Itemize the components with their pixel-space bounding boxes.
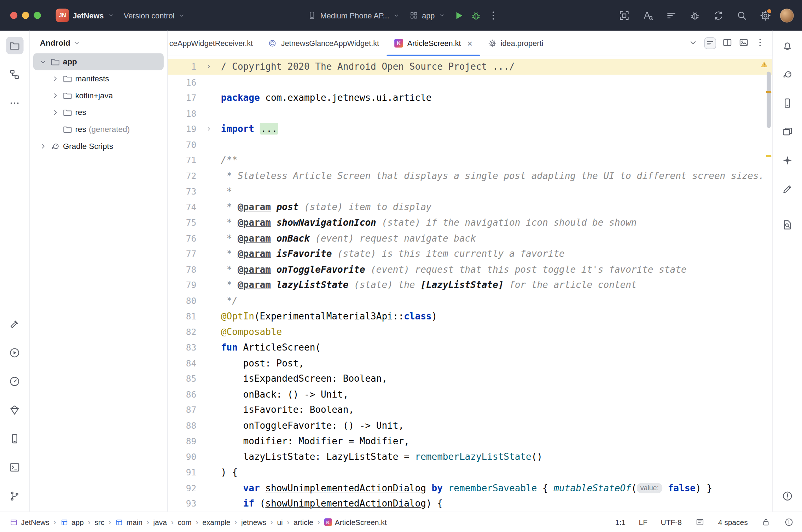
code-text: onToggleFavorite: () -> Unit, — [221, 418, 404, 433]
close-tab-icon[interactable]: × — [467, 39, 472, 48]
user-avatar[interactable] — [780, 8, 794, 22]
breadcrumb-articlescreen-kt[interactable]: KArticleScreen.kt — [322, 517, 388, 527]
tab-list-button[interactable] — [704, 37, 716, 49]
device-manager-button[interactable] — [6, 430, 23, 447]
tree-item-app[interactable]: app — [33, 53, 164, 70]
device-explorer-button[interactable] — [779, 94, 796, 111]
run-button[interactable] — [450, 7, 467, 24]
zoom-window-button[interactable] — [34, 12, 41, 19]
ai-assist-button[interactable] — [779, 180, 796, 197]
tree-item-manifests[interactable]: manifests — [33, 70, 164, 87]
ui-preview-button[interactable] — [739, 37, 749, 50]
tab-options-button[interactable] — [755, 37, 765, 50]
breadcrumb-jetnews[interactable]: JetNews — [8, 517, 51, 527]
more-tool-windows-button[interactable] — [6, 94, 23, 111]
fold-toggle[interactable] — [196, 121, 221, 137]
code-line: 78 * @param onToggleFavorite (event) req… — [168, 262, 772, 277]
caret-position-widget[interactable]: 1:1 — [615, 518, 626, 526]
inspection-warning-icon[interactable] — [760, 60, 769, 69]
ai-assist-icon — [781, 183, 793, 195]
version-control-menu[interactable]: Version control — [119, 8, 190, 22]
more-run-actions-button[interactable] — [485, 7, 502, 24]
running-devices-button[interactable] — [779, 123, 796, 140]
breadcrumb-separator-icon: › — [146, 518, 150, 527]
editor-mode-widget[interactable] — [695, 517, 705, 527]
line-separator-widget[interactable]: LF — [639, 518, 647, 526]
device-explorer-icon — [781, 97, 793, 109]
profiler-button[interactable] — [6, 372, 23, 390]
scrollbar-warning-mark — [766, 91, 771, 93]
breadcrumb-example[interactable]: example — [201, 517, 232, 527]
run-configuration-selector[interactable]: app — [405, 8, 450, 23]
split-editor-icon — [722, 37, 732, 47]
breadcrumb-ui[interactable]: ui — [275, 517, 284, 527]
breadcrumb-separator-icon: › — [195, 518, 199, 527]
structure-icon — [9, 68, 21, 80]
breadcrumb-jetnews[interactable]: jetnews — [240, 517, 268, 527]
tab-idea-properti[interactable]: idea.properti — [480, 31, 551, 56]
gemini-button[interactable] — [779, 151, 796, 169]
breadcrumb-article[interactable]: article — [292, 517, 315, 527]
tree-item-res[interactable]: res — [33, 104, 164, 121]
breadcrumb-main[interactable]: main — [114, 517, 144, 527]
hidden-tabs-button[interactable] — [688, 37, 698, 50]
gradle-button[interactable] — [779, 65, 796, 83]
settings-button[interactable] — [756, 7, 774, 24]
build-button[interactable] — [6, 315, 23, 332]
breadcrumb-app[interactable]: app — [59, 517, 86, 527]
fold-column — [196, 106, 221, 121]
code-line: 16 — [168, 74, 772, 90]
terminal-button[interactable] — [6, 458, 23, 476]
project-view-selector[interactable]: Android — [30, 34, 167, 53]
split-editor-button[interactable] — [722, 37, 732, 50]
editor-scrollbar-thumb[interactable] — [767, 72, 771, 128]
code-editor[interactable]: 1/ Copyright 2020 The Android Open Sourc… — [168, 56, 772, 511]
tab-articlescreen-kt[interactable]: KArticleScreen.kt× — [387, 31, 480, 56]
notifications-button[interactable] — [779, 37, 796, 54]
indent-widget[interactable]: 4 spaces — [718, 518, 748, 526]
device-icon — [308, 11, 317, 20]
apk-analyzer-button[interactable] — [686, 7, 703, 24]
device-mirroring-button[interactable] — [615, 7, 633, 24]
breadcrumb-separator-icon: › — [87, 518, 92, 527]
fold-toggle[interactable] — [196, 59, 221, 74]
breadcrumb-src[interactable]: src — [93, 517, 106, 527]
tree-item-gradle-scripts[interactable]: Gradle Scripts — [33, 138, 164, 155]
code-line: 18 — [168, 106, 772, 121]
minimize-window-button[interactable] — [22, 12, 29, 19]
file-writable-widget[interactable] — [761, 517, 771, 527]
debug-button[interactable] — [467, 7, 485, 24]
breadcrumb-com[interactable]: com — [176, 517, 193, 527]
run-button[interactable] — [6, 344, 23, 361]
build-menu-button[interactable] — [662, 7, 680, 24]
project-switcher[interactable]: JN JetNews — [51, 6, 119, 24]
gradle-sync-button[interactable] — [709, 7, 727, 24]
app-quality-insights-button[interactable] — [6, 401, 23, 418]
file-encoding-widget[interactable]: UTF-8 — [661, 518, 682, 526]
breadcrumb-separator-icon: › — [286, 518, 290, 527]
breadcrumb-label: ui — [277, 518, 283, 526]
device-selector[interactable]: Medium Phone AP... — [303, 8, 405, 23]
line-number: 80 — [168, 293, 196, 308]
code-text: modifier: Modifier = Modifier, — [221, 433, 409, 449]
problems-button[interactable] — [779, 487, 796, 504]
code-inspection-button[interactable] — [639, 7, 656, 24]
code-line: 79 * @param lazyListState (state) the [L… — [168, 277, 772, 293]
project-button[interactable] — [6, 37, 23, 54]
close-window-button[interactable] — [10, 12, 17, 19]
breadcrumb-java[interactable]: java — [152, 517, 168, 527]
tree-item-kotlin-java[interactable]: kotlin+java — [33, 87, 164, 104]
code-line: 83fun ArticleScreen( — [168, 340, 772, 355]
search-everywhere-button[interactable] — [733, 7, 750, 24]
tree-item-res[interactable]: res (generated) — [33, 121, 164, 138]
tab-jetnewsglanceappwidget-kt[interactable]: JetnewsGlanceAppWidget.kt — [261, 31, 387, 56]
find-in-files-button[interactable] — [779, 216, 796, 233]
structure-button[interactable] — [6, 65, 23, 83]
tab-options-icon — [755, 37, 765, 47]
code-line: 90 lazyListState: LazyListState = rememb… — [168, 449, 772, 464]
highlighting-level-icon — [784, 517, 794, 527]
highlighting-level-widget[interactable] — [784, 517, 794, 527]
version-control-button[interactable] — [6, 487, 23, 504]
breadcrumb-label: app — [71, 518, 84, 526]
tab-ceappwidgetreceiver-kt[interactable]: ceAppWidgetReceiver.kt — [168, 31, 260, 56]
